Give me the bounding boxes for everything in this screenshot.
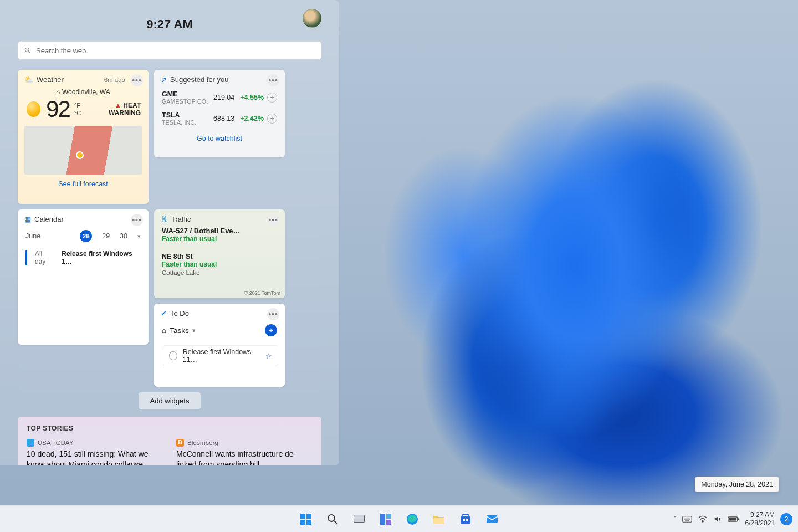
search-placeholder: Search the web bbox=[36, 47, 86, 55]
weather-warning: ▲ HEAT WARNING bbox=[86, 101, 141, 117]
weather-forecast-link[interactable]: See full forecast bbox=[18, 175, 149, 195]
chevron-down-icon[interactable]: ▾ bbox=[137, 233, 141, 240]
user-avatar[interactable] bbox=[303, 9, 321, 28]
calendar-month: June bbox=[25, 232, 40, 240]
source-icon bbox=[27, 439, 34, 447]
event-bar bbox=[25, 250, 27, 265]
story-item[interactable]: USA TODAY 10 dead, 151 still missing: Wh… bbox=[27, 439, 163, 466]
event-title: Release first Windows 1… bbox=[62, 250, 141, 265]
svg-rect-11 bbox=[386, 514, 391, 519]
widgets-button[interactable] bbox=[375, 508, 397, 530]
stocks-icon: ⇗ bbox=[161, 75, 167, 84]
wifi-icon[interactable] bbox=[698, 515, 708, 523]
calendar-day[interactable]: 30 bbox=[120, 232, 127, 240]
taskbar-clock[interactable]: 9:27 AM 6/28/2021 bbox=[745, 511, 775, 527]
todo-list-name[interactable]: Tasks bbox=[170, 326, 189, 335]
weather-widget[interactable]: ⛅Weather 6m ago ••• ⌂ Woodinville, WA 92… bbox=[18, 70, 149, 204]
weather-icon: ⛅ bbox=[24, 75, 33, 84]
calendar-title: Calendar bbox=[34, 215, 64, 223]
traffic-widget[interactable]: ⛕Traffic ••• WA-527 / Bothell Eve… Faste… bbox=[154, 209, 285, 298]
todo-item-text: Release first Windows 11… bbox=[183, 348, 260, 364]
svg-rect-10 bbox=[380, 514, 385, 525]
stock-price: 219.04 bbox=[213, 94, 234, 101]
edge-icon bbox=[406, 513, 419, 526]
todo-item[interactable]: Release first Windows 11… ☆ bbox=[163, 345, 278, 366]
taskbar-date: 6/28/2021 bbox=[745, 519, 775, 527]
chevron-down-icon[interactable]: ▾ bbox=[192, 327, 196, 334]
story-item[interactable]: BBloomberg McConnell wants infrastructur… bbox=[176, 439, 313, 466]
desktop-wallpaper: 9:27 AM Search the web ⛅Weather 6m ago •… bbox=[0, 0, 798, 532]
calendar-icon: ▦ bbox=[24, 215, 31, 223]
battery-icon[interactable] bbox=[728, 515, 740, 523]
svg-rect-4 bbox=[300, 520, 305, 525]
calendar-day-selected[interactable]: 28 bbox=[80, 230, 92, 242]
story-headline: McConnell wants infrastructure de-linked… bbox=[176, 449, 313, 466]
svg-point-24 bbox=[702, 520, 703, 521]
keyboard-icon[interactable] bbox=[682, 515, 692, 523]
stock-symbol: TSLA bbox=[162, 111, 196, 119]
search-button[interactable] bbox=[321, 508, 344, 530]
search-icon bbox=[326, 513, 339, 526]
stock-add-button[interactable]: + bbox=[267, 93, 277, 103]
story-headline: 10 dead, 151 still missing: What we know… bbox=[27, 449, 163, 466]
traffic-route: WA-527 / Bothell Eve… bbox=[162, 227, 277, 235]
svg-rect-18 bbox=[466, 519, 468, 521]
svg-point-6 bbox=[328, 515, 335, 521]
svg-line-7 bbox=[334, 521, 337, 524]
svg-rect-19 bbox=[487, 515, 498, 523]
calendar-event[interactable]: All day Release first Windows 1… bbox=[18, 248, 149, 268]
stocks-widget[interactable]: ⇗Suggested for you ••• GMEGAMESTOP CO… 2… bbox=[154, 70, 285, 157]
todo-icon: ✔ bbox=[161, 309, 167, 318]
file-explorer-button[interactable] bbox=[428, 508, 450, 530]
stock-change: +2.42% bbox=[240, 115, 264, 122]
weather-title: Weather bbox=[37, 75, 64, 84]
stock-add-button[interactable]: + bbox=[267, 114, 277, 124]
folder-icon bbox=[432, 513, 446, 526]
search-input[interactable]: Search the web bbox=[18, 41, 321, 60]
mail-button[interactable] bbox=[481, 508, 503, 530]
card-menu-button[interactable]: ••• bbox=[267, 74, 279, 86]
edge-button[interactable] bbox=[401, 508, 423, 530]
calendar-widget[interactable]: ▦Calendar ••• June 28 29 30 ▾ All day Re… bbox=[18, 209, 149, 345]
volume-icon[interactable] bbox=[713, 515, 722, 524]
store-button[interactable] bbox=[454, 508, 477, 530]
star-icon[interactable]: ☆ bbox=[265, 352, 272, 360]
task-view-button[interactable] bbox=[348, 508, 370, 530]
card-menu-button[interactable]: ••• bbox=[131, 74, 143, 86]
stock-name: GAMESTOP CO… bbox=[162, 98, 212, 105]
stock-row[interactable]: GMEGAMESTOP CO… 219.04 +4.55% + bbox=[154, 87, 285, 108]
start-button[interactable] bbox=[295, 508, 317, 530]
notifications-badge[interactable]: 2 bbox=[780, 513, 792, 525]
svg-rect-9 bbox=[354, 515, 364, 522]
svg-rect-27 bbox=[729, 518, 736, 520]
tray-expand-button[interactable]: ˄ bbox=[673, 515, 677, 523]
todo-title: To Do bbox=[170, 309, 189, 318]
store-icon bbox=[459, 513, 472, 526]
home-icon: ⌂ bbox=[56, 88, 60, 96]
taskbar: ˄ 9:27 AM 6/28/2021 2 bbox=[0, 505, 798, 532]
todo-add-button[interactable]: + bbox=[265, 324, 277, 336]
svg-rect-3 bbox=[306, 514, 311, 519]
svg-rect-17 bbox=[463, 519, 465, 521]
svg-rect-12 bbox=[386, 520, 391, 525]
top-stories: TOP STORIES USA TODAY 10 dead, 151 still… bbox=[18, 417, 321, 466]
traffic-icon: ⛕ bbox=[161, 215, 168, 223]
svg-rect-2 bbox=[300, 514, 305, 519]
svg-point-0 bbox=[25, 48, 29, 52]
todo-checkbox[interactable] bbox=[169, 351, 177, 360]
card-menu-button[interactable]: ••• bbox=[267, 308, 279, 320]
svg-rect-16 bbox=[463, 514, 468, 517]
widgets-panel: 9:27 AM Search the web ⛅Weather 6m ago •… bbox=[0, 0, 339, 466]
traffic-status: Faster than usual bbox=[162, 260, 277, 268]
add-widgets-button[interactable]: Add widgets bbox=[139, 392, 201, 409]
traffic-sub-route: NE 8th St bbox=[162, 253, 277, 260]
card-menu-button[interactable]: ••• bbox=[131, 214, 143, 226]
watchlist-link[interactable]: Go to watchlist bbox=[154, 129, 285, 150]
card-menu-button[interactable]: ••• bbox=[267, 214, 279, 226]
todo-widget[interactable]: ✔To Do ••• ⌂ Tasks ▾ + Release first Win… bbox=[154, 304, 285, 387]
stocks-title: Suggested for you bbox=[170, 75, 229, 84]
weather-units[interactable]: °F°C bbox=[74, 101, 81, 117]
weather-temp: 92 bbox=[46, 96, 70, 122]
stock-row[interactable]: TSLATESLA, INC. 688.13 +2.42% + bbox=[154, 108, 285, 129]
calendar-day[interactable]: 29 bbox=[102, 232, 110, 240]
